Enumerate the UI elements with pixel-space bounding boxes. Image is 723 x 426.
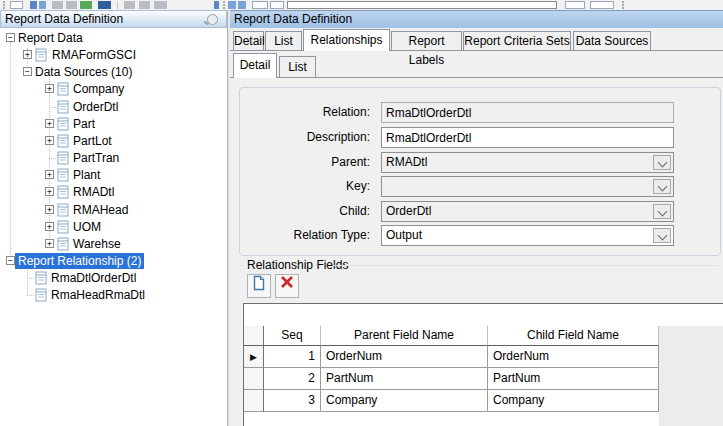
tree-item-company[interactable]: Company (0, 81, 227, 97)
row-header[interactable]: ▶ (244, 346, 264, 368)
tab-relationships[interactable]: Relationships (303, 29, 390, 51)
toolbar-button[interactable] (252, 1, 268, 9)
tree-item-rmaheadrmadtl[interactable]: RmaHeadRmaDtl (0, 287, 227, 303)
cell-seq[interactable]: 1 (264, 346, 321, 368)
delete-row-button[interactable] (275, 274, 299, 298)
toolbar-icon[interactable] (66, 1, 77, 9)
tree-item-uom[interactable]: UOM (0, 219, 227, 235)
toolbar-icon[interactable] (124, 1, 135, 9)
cell-parent-field[interactable]: PartNum (321, 368, 488, 390)
dropdown-button[interactable] (653, 228, 671, 243)
toolbar-icon[interactable] (80, 1, 92, 9)
tree-item-label[interactable]: RMAFormGSCI (49, 47, 139, 63)
subtab-list[interactable]: List (279, 56, 316, 77)
column-header-seq[interactable]: Seq (264, 326, 321, 346)
cell-child-field[interactable]: OrderNum (488, 346, 659, 368)
collapse-icon[interactable] (23, 67, 32, 76)
tree-item-rmaformgsci[interactable]: RMAFormGSCI (0, 47, 227, 63)
tree-item-rmadtl[interactable]: RMADtl (0, 184, 227, 200)
toolbar-icon[interactable] (154, 1, 167, 9)
tree-item-parttran[interactable]: PartTran (0, 150, 227, 166)
toolbar-icon[interactable] (30, 1, 37, 9)
tree-item-data-sources[interactable]: Data Sources (10) (0, 64, 227, 80)
grid-corner-header[interactable] (244, 326, 264, 346)
cell-parent-field[interactable]: OrderNum (321, 346, 488, 368)
tree-item-label-selected[interactable]: Report Relationship (2) (15, 253, 144, 269)
toolbar-icon[interactable] (10, 1, 23, 9)
tree-item-warehse[interactable]: Warehse (0, 236, 227, 252)
tab-detail[interactable]: Detail (233, 31, 264, 50)
tree-item-label[interactable]: PartTran (70, 150, 122, 166)
cell-child-field[interactable]: Company (488, 390, 659, 412)
expand-icon[interactable] (45, 239, 54, 248)
collapse-icon[interactable] (6, 256, 15, 265)
tree-item-plant[interactable]: Plant (0, 167, 227, 183)
tree-item-label[interactable]: Data Sources (10) (32, 64, 135, 80)
expand-icon[interactable] (45, 222, 54, 231)
new-row-button[interactable] (247, 274, 271, 298)
toolbar-grip[interactable] (223, 1, 225, 9)
tab-report-labels[interactable]: Report Labels (391, 31, 462, 50)
cell-parent-field[interactable]: Company (321, 390, 488, 412)
tree-item-report-relationship[interactable]: Report Relationship (2) (0, 253, 227, 269)
tree-item-label[interactable]: Report Data (15, 30, 86, 46)
tree-item-part[interactable]: Part (0, 116, 227, 132)
tree-item-orderdtl[interactable]: OrderDtl (0, 99, 227, 115)
cell-seq[interactable]: 3 (264, 390, 321, 412)
search-pin-icon[interactable] (207, 14, 218, 25)
key-combobox[interactable] (381, 176, 674, 197)
tree-item-label[interactable]: OrderDtl (70, 99, 121, 115)
tree-item-label[interactable]: Company (70, 81, 127, 97)
dropdown-button[interactable] (653, 179, 671, 194)
tree-item-label[interactable]: Plant (70, 167, 103, 183)
cell-seq[interactable]: 2 (264, 368, 321, 390)
toolbar-icon[interactable] (228, 1, 236, 9)
expand-icon[interactable] (45, 136, 54, 145)
parent-combobox[interactable]: RMADtl (381, 152, 674, 173)
column-header-child-field-name[interactable]: Child Field Name (488, 326, 659, 346)
subtab-detail[interactable]: Detail (233, 53, 277, 78)
collapse-icon[interactable] (6, 33, 15, 42)
dropdown-button[interactable] (653, 155, 671, 170)
tree-item-label[interactable]: UOM (70, 219, 104, 235)
tree-item-label[interactable]: Part (70, 116, 98, 132)
toolbar-button[interactable] (270, 1, 284, 9)
expand-icon[interactable] (23, 50, 32, 59)
toolbar-grip[interactable] (3, 1, 5, 9)
tree-item-rmahead[interactable]: RMAHead (0, 202, 227, 218)
tree-item-label[interactable]: PartLot (70, 133, 115, 149)
dropdown-button[interactable] (653, 204, 671, 219)
toolbar-icon[interactable] (238, 1, 246, 9)
tab-data-sources[interactable]: Data Sources (573, 31, 651, 50)
toolbar-grip[interactable] (622, 1, 624, 9)
expand-icon[interactable] (45, 187, 54, 196)
relation-type-combobox[interactable]: Output (381, 225, 674, 246)
expand-icon[interactable] (45, 119, 54, 128)
child-combobox[interactable]: OrderDtl (381, 201, 674, 222)
toolbar-text-field[interactable] (287, 1, 557, 9)
tree-item-label[interactable]: RmaDtlOrderDtl (48, 270, 139, 286)
toolbar-icon[interactable] (52, 1, 63, 9)
toolbar-icon[interactable] (214, 1, 219, 9)
row-header[interactable] (244, 368, 264, 390)
cell-child-field[interactable]: PartNum (488, 368, 659, 390)
expand-icon[interactable] (45, 170, 54, 179)
tree-item-partlot[interactable]: PartLot (0, 133, 227, 149)
toolbar-icon[interactable] (98, 1, 111, 9)
tab-report-criteria-sets[interactable]: Report Criteria Sets (463, 31, 571, 50)
description-field[interactable] (381, 127, 674, 148)
toolbar-button[interactable] (565, 1, 585, 9)
tree-item-rmadtlorderdtl[interactable]: RmaDtlOrderDtl (0, 270, 227, 286)
row-header[interactable] (244, 390, 264, 412)
toolbar-button[interactable] (590, 1, 614, 9)
tree-item-label[interactable]: RMAHead (70, 202, 131, 218)
expand-icon[interactable] (45, 205, 54, 214)
toolbar-icon[interactable] (139, 1, 150, 9)
tree-item-report-data[interactable]: Report Data (0, 30, 227, 46)
tree-item-label[interactable]: RMADtl (70, 184, 117, 200)
tree-item-label[interactable]: Warehse (70, 236, 124, 252)
tree-item-label[interactable]: RmaHeadRmaDtl (48, 287, 148, 303)
tab-list[interactable]: List (265, 31, 302, 50)
expand-icon[interactable] (45, 84, 54, 93)
column-header-parent-field-name[interactable]: Parent Field Name (321, 326, 488, 346)
